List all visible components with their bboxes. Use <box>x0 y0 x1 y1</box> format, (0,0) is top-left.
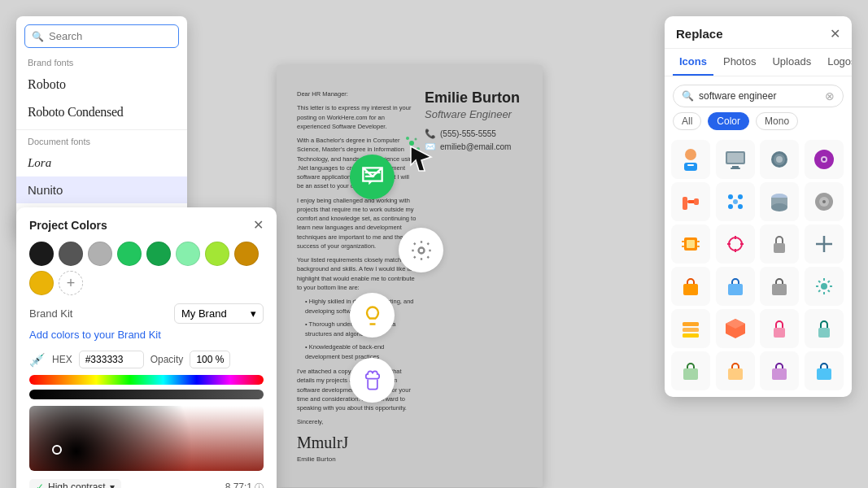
icon-telescope[interactable] <box>760 140 799 179</box>
icon-box3[interactable] <box>716 309 755 348</box>
svg-rect-62 <box>772 368 787 380</box>
color-swatch-yellow[interactable] <box>29 271 54 295</box>
color-swatch-lime[interactable] <box>205 242 229 266</box>
icon-bag2[interactable] <box>716 267 755 306</box>
hex-label: HEX <box>52 354 72 365</box>
color-swatch-black[interactable] <box>29 242 54 266</box>
svg-rect-53 <box>683 322 699 326</box>
icon-monitor[interactable] <box>716 140 755 179</box>
svg-rect-36 <box>687 240 695 248</box>
svg-point-17 <box>776 156 783 163</box>
chat-bubble-float-icon[interactable] <box>350 155 395 199</box>
icon-bag7[interactable] <box>805 351 844 390</box>
icon-hdd[interactable] <box>805 182 844 221</box>
contrast-row: ✓ High contrast ▾ 8.77:1 ⓘ <box>29 479 264 488</box>
font-search-container[interactable]: 🔍 <box>24 24 179 48</box>
check-icon: ✓ <box>36 481 44 488</box>
doc-letter: Dear HR Manager: This letter is to expre… <box>297 89 417 463</box>
tab-photos[interactable]: Photos <box>717 49 762 76</box>
svg-rect-55 <box>683 333 699 338</box>
contrast-badge[interactable]: ✓ High contrast ▾ <box>29 479 121 488</box>
icon-crosshair[interactable] <box>716 224 755 264</box>
svg-point-20 <box>822 158 826 161</box>
filter-color-button[interactable]: Color <box>708 112 749 130</box>
icons-grid <box>665 137 852 397</box>
tab-uploads[interactable]: Uploads <box>765 49 818 76</box>
icon-lock1[interactable] <box>760 224 799 264</box>
brand-kit-select[interactable]: My Brand ▾ <box>174 303 264 324</box>
color-swatch-darkgray[interactable] <box>59 242 83 266</box>
alpha-slider[interactable] <box>29 390 264 399</box>
font-item-roboto[interactable]: Roboto <box>16 71 187 98</box>
svg-rect-0 <box>364 172 380 173</box>
filter-all-button[interactable]: All <box>673 112 701 130</box>
bulb-float-icon[interactable] <box>350 293 395 338</box>
color-swatch-green1[interactable] <box>117 242 142 266</box>
icon-storage1[interactable] <box>671 309 710 348</box>
doc-email: ✉️ emilieb@email.com <box>425 142 522 152</box>
document-page: Dear HR Manager: This letter is to expre… <box>277 65 543 487</box>
contrast-ratio: 8.77:1 <box>225 481 252 488</box>
filter-mono-button[interactable]: Mono <box>756 112 798 130</box>
tab-logos[interactable]: Logos <box>821 49 852 76</box>
svg-rect-12 <box>727 153 744 163</box>
icon-dots[interactable] <box>716 182 755 221</box>
hex-row: 💉 HEX Opacity <box>29 351 264 368</box>
gear-float-icon[interactable] <box>399 228 443 272</box>
icon-lock3[interactable] <box>805 309 844 348</box>
icon-bag3[interactable] <box>760 267 799 306</box>
search-icon-replace: 🔍 <box>682 90 694 102</box>
opacity-input[interactable] <box>190 351 230 368</box>
font-search-input[interactable] <box>49 30 172 42</box>
svg-rect-51 <box>772 284 787 295</box>
contrast-value: 8.77:1 ⓘ <box>225 481 264 489</box>
icon-disc[interactable] <box>805 140 844 179</box>
replace-search-input[interactable] <box>699 90 820 102</box>
icon-gear2[interactable] <box>805 267 844 306</box>
doc-intro: This letter is to express my interest in… <box>297 103 417 131</box>
contrast-label: High contrast <box>48 481 106 488</box>
colors-panel-header: Project Colors ✕ <box>29 219 264 232</box>
icon-robot-arm[interactable] <box>671 182 710 221</box>
icon-bag5[interactable] <box>716 351 755 390</box>
svg-rect-21 <box>683 197 687 210</box>
svg-rect-9 <box>684 163 697 171</box>
icon-bag1[interactable] <box>671 267 710 306</box>
hex-input[interactable] <box>79 351 144 368</box>
icon-bag4[interactable] <box>671 351 710 390</box>
color-swatch-amber1[interactable] <box>234 242 259 266</box>
color-picker-box[interactable] <box>29 406 264 471</box>
colors-panel-close-button[interactable]: ✕ <box>253 219 264 232</box>
replace-header: Replace ✕ <box>665 16 852 49</box>
info-icon: ⓘ <box>255 481 264 489</box>
font-item-lora[interactable]: Lora <box>16 150 187 176</box>
icon-chip[interactable] <box>671 224 710 264</box>
icon-box2[interactable] <box>760 182 799 221</box>
picker-cursor <box>52 445 62 455</box>
svg-point-28 <box>733 199 738 204</box>
icon-plus-cross[interactable] <box>805 224 844 264</box>
color-swatch-gray[interactable] <box>88 242 112 266</box>
add-colors-link[interactable]: Add colors to your Brand Kit <box>29 329 264 341</box>
svg-point-25 <box>738 194 743 199</box>
brain-float-icon[interactable] <box>350 358 395 403</box>
svg-rect-58 <box>774 328 785 338</box>
replace-close-button[interactable]: ✕ <box>830 26 840 41</box>
opacity-label: Opacity <box>150 354 184 365</box>
hue-slider[interactable] <box>29 375 264 385</box>
add-color-button[interactable]: + <box>59 271 83 295</box>
font-item-roboto-condensed[interactable]: Roboto Condensed <box>16 98 187 126</box>
icon-bag6[interactable] <box>760 351 799 390</box>
tab-icons[interactable]: Icons <box>673 49 713 76</box>
color-swatch-green3[interactable] <box>176 242 200 266</box>
doc-signature: MmulrJ <box>297 434 417 452</box>
clear-search-button[interactable]: ⊗ <box>825 89 835 102</box>
doc-closing: Sincerely, <box>297 417 417 426</box>
icon-engineer[interactable] <box>671 140 710 179</box>
search-icon: 🔍 <box>32 31 44 42</box>
font-item-nunito[interactable]: Nunito <box>16 176 187 203</box>
color-swatch-green2[interactable] <box>146 242 171 266</box>
icon-lock2[interactable] <box>760 309 799 348</box>
eyedropper-button[interactable]: 💉 <box>29 352 46 368</box>
replace-search-container[interactable]: 🔍 ⊗ <box>673 85 844 107</box>
